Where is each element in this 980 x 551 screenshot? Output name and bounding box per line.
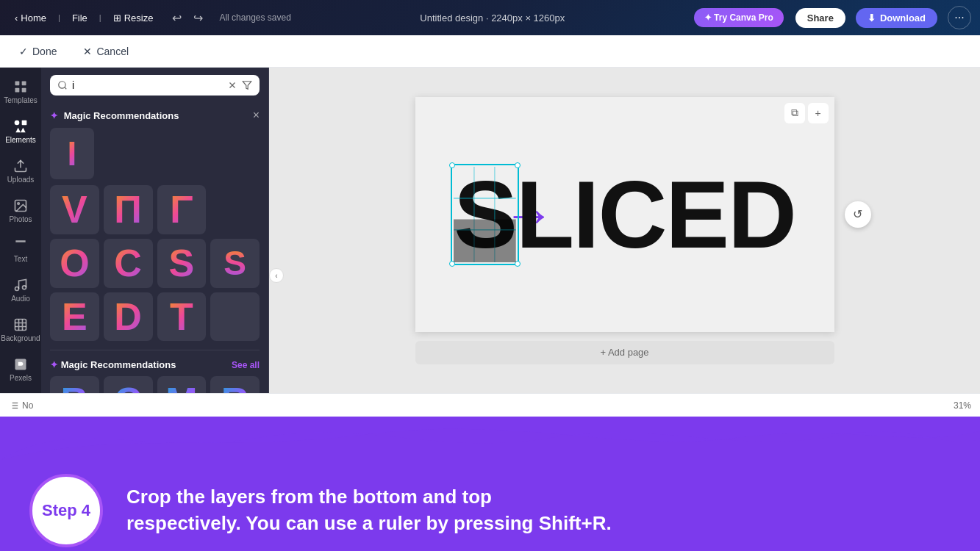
svg-rect-1 <box>22 82 26 86</box>
resize-button[interactable]: ⊞ Resize <box>107 10 160 26</box>
letter-v: V <box>62 185 87 234</box>
magic-recs-title-2: ✦ Magic Recommendations <box>50 359 176 370</box>
background-label: Background <box>1 334 40 342</box>
section1-title-text: Magic Recommendations <box>64 110 179 121</box>
sidebar-item-text[interactable]: Text <box>3 232 38 269</box>
add-page-button[interactable]: + Add page <box>415 341 834 364</box>
elements-panel: ✦ Magic Recommendations × I V Π <box>41 68 269 393</box>
svg-point-14 <box>59 82 65 88</box>
canvas-expand-button[interactable]: + <box>808 103 829 123</box>
letter-empty <box>210 292 260 342</box>
canvas-frame[interactable]: ⧉ + → S <box>415 97 834 332</box>
sliced-text-container[interactable]: S <box>454 167 795 262</box>
letter-s2-item[interactable]: S <box>210 239 260 288</box>
magic-recs-section-2: ✦ Magic Recommendations See all B C M R <box>41 353 268 393</box>
svg-marker-17 <box>243 82 251 90</box>
sidebar-item-templates[interactable]: Templates <box>3 73 38 110</box>
featured-letter[interactable]: I <box>50 128 260 179</box>
grid-icon <box>13 79 28 94</box>
letter-t-item[interactable]: T <box>157 292 207 342</box>
letter-pi-item[interactable]: Π <box>104 185 153 234</box>
download-button[interactable]: ⬇ Download <box>856 8 937 28</box>
secondary-navigation: ✓ Done ✕ Cancel <box>0 35 980 68</box>
divider <box>50 350 260 350</box>
letter-gamma-item[interactable]: Γ <box>157 185 207 234</box>
main-layout: Templates Elements Uploads Photos Text A… <box>0 68 980 393</box>
letter-pi: Π <box>114 185 142 234</box>
letter-c-item[interactable]: C <box>104 239 153 288</box>
copy-icon: ⧉ <box>791 107 798 119</box>
zoom-level[interactable]: 31% <box>954 400 971 411</box>
s-letter-container[interactable]: S <box>454 167 516 262</box>
letter-m-item[interactable]: M <box>157 376 207 393</box>
panel-collapse-handle[interactable]: ‹ <box>269 268 284 283</box>
letter-o-item[interactable]: O <box>50 239 99 288</box>
letter-c2-item[interactable]: C <box>104 376 153 393</box>
svg-point-11 <box>23 286 26 289</box>
letter-b: B <box>61 376 89 393</box>
svg-rect-12 <box>15 320 26 331</box>
save-status: All changes saved <box>219 12 290 23</box>
letter-b-item[interactable]: B <box>50 376 99 393</box>
refresh-button[interactable]: ↺ <box>845 201 871 228</box>
divider2: | <box>99 13 101 22</box>
text-icon <box>13 238 28 253</box>
undo-button[interactable]: ↩ <box>168 8 186 28</box>
svg-point-10 <box>15 287 19 291</box>
filter-icon[interactable] <box>242 80 252 90</box>
letter-grid-section2: B C M R <box>50 376 260 393</box>
sidebar-item-pexels[interactable]: Pexels <box>3 351 38 388</box>
canvas-copy-button[interactable]: ⧉ <box>784 103 805 123</box>
panel-search-area <box>41 68 268 103</box>
letter-r-item[interactable]: R <box>210 376 260 393</box>
download-icon: ⬇ <box>868 12 876 24</box>
letter-s1-item[interactable]: S <box>157 239 207 288</box>
letter-e-item[interactable]: E <box>50 292 99 342</box>
cancel-button[interactable]: ✕ Cancel <box>76 41 136 62</box>
redo-button[interactable]: ↪ <box>189 8 207 28</box>
svg-rect-3 <box>22 88 26 93</box>
upload-icon <box>13 159 28 173</box>
more-options-button[interactable]: ··· <box>948 6 971 29</box>
try-canva-pro-button[interactable]: ✦ Try Canva Pro <box>694 8 784 27</box>
search-box[interactable] <box>50 75 260 96</box>
letter-s2: S <box>223 243 246 283</box>
step-circle: Step 4 <box>29 474 103 547</box>
notes-button[interactable]: No <box>9 400 33 411</box>
sidebar-item-audio[interactable]: Audio <box>3 272 38 309</box>
search-icon <box>57 80 68 90</box>
letter-i-item[interactable]: I <box>50 128 94 179</box>
sidebar-item-elements[interactable]: Elements <box>3 113 38 150</box>
expand-icon: + <box>815 107 820 119</box>
left-sidebar: Templates Elements Uploads Photos Text A… <box>0 68 41 393</box>
resize-icon: ⊞ <box>113 12 121 24</box>
sidebar-item-uploads[interactable]: Uploads <box>3 153 38 190</box>
letter-i: I <box>68 134 77 173</box>
divider: | <box>58 13 60 22</box>
grid-overlay <box>454 167 516 262</box>
home-button[interactable]: ‹ Home <box>9 10 52 26</box>
letter-grid-3: E D T <box>50 292 260 342</box>
sidebar-item-background[interactable]: Background <box>3 311 38 348</box>
clear-search-icon[interactable] <box>227 80 237 90</box>
magic-recs-header-2: ✦ Magic Recommendations See all <box>50 359 260 370</box>
x-icon: ✕ <box>83 46 92 57</box>
photos-icon <box>13 198 28 213</box>
search-input[interactable] <box>72 79 223 91</box>
resize-label: Resize <box>124 12 154 24</box>
canvas-area[interactable]: ⧉ + → S <box>269 68 980 393</box>
see-all-link[interactable]: See all <box>232 360 260 370</box>
sidebar-item-photos[interactable]: Photos <box>3 192 38 229</box>
letter-c: C <box>114 239 142 288</box>
magic-recs-section-1: ✦ Magic Recommendations × I V Π <box>41 103 268 347</box>
done-button[interactable]: ✓ Done <box>12 41 64 62</box>
close-section-button[interactable]: × <box>253 109 260 122</box>
step-description: Crop the layers from the bottom and top … <box>126 484 951 536</box>
svg-point-9 <box>18 203 19 205</box>
letter-d-item[interactable]: D <box>104 292 153 342</box>
letter-grid-1: V Π Γ <box>50 185 260 234</box>
share-button[interactable]: Share <box>795 8 845 28</box>
file-menu[interactable]: File <box>66 10 93 26</box>
elements-icon <box>13 119 28 134</box>
letter-v-item[interactable]: V <box>50 185 99 234</box>
